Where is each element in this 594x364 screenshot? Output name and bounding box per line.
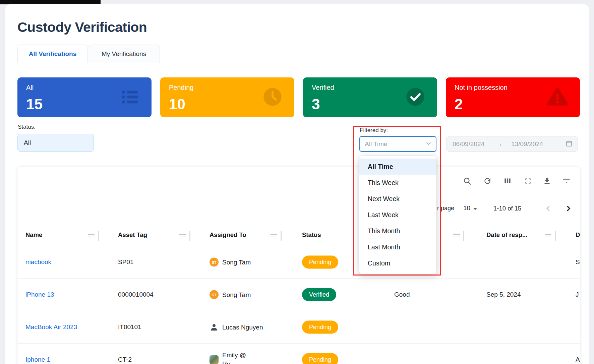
dropdown-option-last-month[interactable]: Last Month xyxy=(359,239,436,255)
previous-page-button[interactable] xyxy=(542,202,555,215)
dropdown-option-this-week[interactable]: This Week xyxy=(359,175,436,191)
column-header-date-of-resp[interactable]: Date of resp... xyxy=(486,231,527,239)
check-circle-icon xyxy=(404,86,426,109)
avatar-initials: ST xyxy=(210,290,219,299)
dropdown-option-all-time[interactable]: All Time xyxy=(359,159,436,175)
status-badge: Pending xyxy=(302,321,338,334)
stat-card-not-in-possession[interactable]: Not in possession 2 xyxy=(446,77,580,117)
assignee-name-line2: Ro... xyxy=(222,360,246,364)
table-row[interactable]: iPhone 13 0000010004 ST Song Tam Verifie… xyxy=(17,279,580,311)
column-resize-handle[interactable] xyxy=(88,231,99,241)
clipped-cell-text: S xyxy=(576,258,580,266)
page-title: Custody Verification xyxy=(17,19,147,35)
clipped-cell-text: A xyxy=(576,356,580,363)
rows-per-page-value: 10 xyxy=(463,204,470,212)
rows-per-page-select[interactable]: 10 xyxy=(463,204,477,212)
stat-card-nip-value: 2 xyxy=(455,96,463,113)
screen: Custody Verification All Verifications M… xyxy=(0,0,594,364)
status-cell: Pending xyxy=(302,353,338,364)
stat-card-pending[interactable]: Pending 10 xyxy=(160,77,294,117)
download-icon[interactable] xyxy=(540,174,554,188)
column-header-d[interactable]: D xyxy=(576,231,580,239)
clock-icon xyxy=(261,86,284,109)
dropdown-option-custom[interactable]: Custom xyxy=(359,255,436,271)
assignee-name: Emily @ xyxy=(222,351,246,360)
status-select-value: All xyxy=(24,139,31,146)
list-icon xyxy=(119,86,141,109)
column-resize-handle[interactable] xyxy=(179,231,190,241)
status-cell: Pending xyxy=(302,321,338,334)
column-header-assigned-to[interactable]: Assigned To xyxy=(210,231,246,239)
stat-card-all-value: 15 xyxy=(26,96,43,113)
filtered-by-select[interactable]: All Time xyxy=(359,136,436,152)
status-cell: Pending xyxy=(302,256,338,269)
dropdown-option-last-week[interactable]: Last Week xyxy=(359,207,436,223)
date-range-arrow: → xyxy=(496,140,502,148)
stat-card-nip-label: Not in possession xyxy=(455,84,508,92)
date-of-resp-value: Sep 5, 2024 xyxy=(486,291,521,298)
assignee-cell: ST Song Tam xyxy=(210,258,251,267)
assignee-name: Song Tam xyxy=(222,291,251,298)
dropdown-option-next-week[interactable]: Next Week xyxy=(359,191,436,207)
avatar-initials: ST xyxy=(210,258,219,267)
assignee-name: Lucas Nguyen xyxy=(222,323,263,331)
status-filter-label: Status: xyxy=(18,124,36,130)
stat-card-verified[interactable]: Verified 3 xyxy=(303,77,437,117)
filtered-by-value: All Time xyxy=(365,140,388,148)
asset-name-link[interactable]: MacBook Air 2023 xyxy=(25,323,77,331)
filter-icon[interactable] xyxy=(560,174,573,188)
asset-tag-value: IT00101 xyxy=(118,323,141,331)
pagination-range: 1-10 of 15 xyxy=(493,205,521,212)
date-from-value: 06/09/2024 xyxy=(453,140,484,148)
column-resize-handle[interactable] xyxy=(545,231,556,241)
refresh-icon[interactable] xyxy=(481,174,494,188)
column-header-name[interactable]: Name xyxy=(25,231,42,239)
window-corner xyxy=(0,0,101,4)
status-select[interactable]: All xyxy=(17,134,94,152)
tab-all-verifications-label: All Verifications xyxy=(29,50,77,58)
assignee-cell: Emily @ Ro... xyxy=(210,351,246,364)
tab-my-verifications[interactable]: My Verifications xyxy=(88,45,160,63)
asset-tag-value: SP01 xyxy=(118,258,133,266)
filtered-by-dropdown-menu: All Time This Week Next Week Last Week T… xyxy=(359,156,436,274)
next-page-button[interactable] xyxy=(561,202,575,215)
filtered-by-label: Filtered by: xyxy=(360,127,388,134)
stat-card-all-label: All xyxy=(26,84,34,92)
assignee-name: Song Tam xyxy=(222,258,251,266)
column-header-asset-tag[interactable]: Asset Tag xyxy=(118,231,147,239)
caret-down-icon xyxy=(473,204,477,212)
condition-value: Good xyxy=(394,291,410,298)
asset-name-link[interactable]: Iphone 1 xyxy=(25,356,50,363)
stat-card-verified-label: Verified xyxy=(312,84,334,92)
tab-all-verifications[interactable]: All Verifications xyxy=(17,45,88,63)
stat-card-pending-label: Pending xyxy=(169,84,193,92)
asset-name-link[interactable]: macbook xyxy=(25,258,51,266)
search-icon[interactable] xyxy=(461,174,474,188)
avatar-photo xyxy=(210,355,219,364)
table-row[interactable]: MacBook Air 2023 IT00101 Lucas Nguyen Pe… xyxy=(17,311,580,344)
date-range-input[interactable]: 06/09/2024 → 13/09/2024 xyxy=(446,136,578,152)
table-row[interactable]: Iphone 1 CT-2 Emily @ Ro... Pending A xyxy=(17,344,580,364)
column-resize-handle[interactable] xyxy=(453,231,464,241)
table-row[interactable]: macbook SP01 ST Song Tam Pending S xyxy=(17,246,580,279)
table-header-row: Name Asset Tag Assigned To Status Date o… xyxy=(17,225,580,246)
fullscreen-icon[interactable] xyxy=(521,174,535,188)
view-columns-icon[interactable] xyxy=(501,174,514,188)
asset-tag-value: CT-2 xyxy=(118,356,132,363)
stat-card-pending-value: 10 xyxy=(169,96,185,113)
dropdown-option-this-month[interactable]: This Month xyxy=(359,223,436,239)
calendar-icon xyxy=(565,139,573,149)
assignee-cell: ST Song Tam xyxy=(210,290,251,299)
verifications-table-card: r page 10 1-10 of 15 Name Asset Tag Assi… xyxy=(17,167,580,364)
column-header-status[interactable]: Status xyxy=(302,231,321,239)
assignee-cell: Lucas Nguyen xyxy=(210,323,263,332)
person-icon xyxy=(210,323,219,332)
stat-card-verified-value: 3 xyxy=(312,96,320,113)
asset-tag-value: 0000010004 xyxy=(118,291,154,298)
chevron-down-icon xyxy=(425,140,432,148)
asset-name-link[interactable]: iPhone 13 xyxy=(25,291,54,298)
status-cell: Verified xyxy=(302,288,336,301)
stat-card-all[interactable]: All 15 xyxy=(17,77,152,117)
rows-per-page-label: r page xyxy=(437,205,454,212)
column-resize-handle[interactable] xyxy=(271,231,282,241)
